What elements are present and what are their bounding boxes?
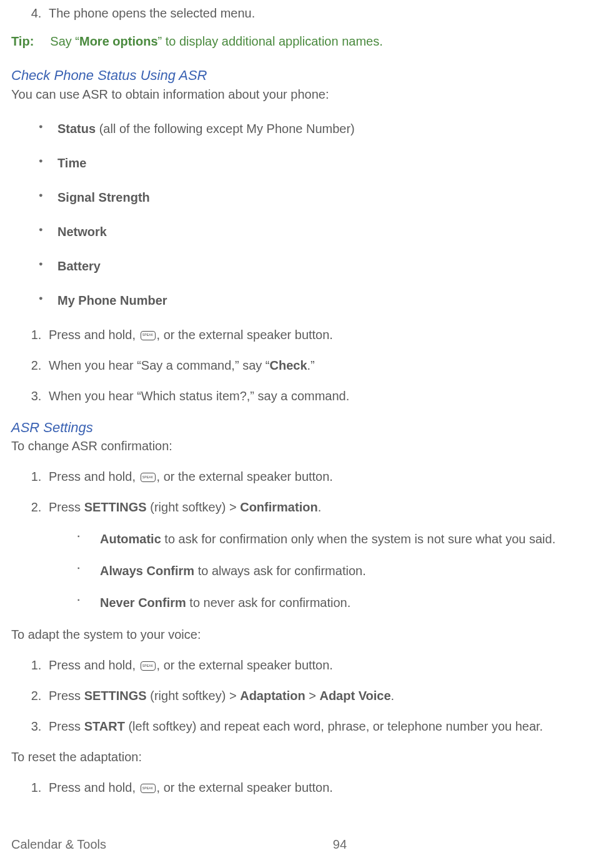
- text-after: , or the external speaker button.: [157, 781, 333, 794]
- step-2: Press SETTINGS (right softkey) > Adaptat…: [45, 688, 591, 704]
- text-after: .”: [307, 358, 315, 372]
- reset-steps: Press and hold, , or the external speake…: [11, 779, 591, 796]
- list-item: Always Confirm to always ask for confirm…: [77, 563, 591, 579]
- text-bold: Check: [269, 358, 307, 372]
- document-page: The phone opens the selected menu. Tip:S…: [0, 0, 591, 868]
- opt-rest: to always ask for confirmation.: [194, 564, 366, 578]
- step-text: The phone opens the selected menu.: [49, 6, 255, 20]
- reset-intro: To reset the adaptation:: [11, 749, 591, 766]
- text-after: , or the external speaker button.: [157, 328, 333, 342]
- step-text: When you hear “Which status item?,” say …: [49, 389, 349, 403]
- numbered-list-continuation: The phone opens the selected menu.: [11, 5, 591, 22]
- step-1: Press and hold, , or the external speake…: [45, 468, 591, 485]
- item-bold: Battery: [57, 259, 101, 273]
- step-2: When you hear “Say a command,” say “Chec…: [45, 357, 591, 374]
- list-item: Status (all of the following except My P…: [39, 121, 591, 137]
- tip-label: Tip:: [11, 34, 34, 48]
- text-before: When you hear “Say a command,” say “: [49, 358, 269, 372]
- text-before: Press and hold,: [49, 470, 139, 483]
- confirm-intro: To change ASR confirmation:: [11, 438, 591, 455]
- t-e: .: [318, 500, 322, 514]
- t-c: (right softkey) >: [147, 689, 241, 703]
- t-b: SETTINGS: [84, 689, 147, 703]
- page-number: 94: [106, 836, 574, 853]
- t-c: (left softkey) and repeat each word, phr…: [125, 719, 543, 733]
- opt-rest: to never ask for confirmation.: [186, 596, 350, 609]
- item-bold: Time: [57, 156, 86, 170]
- section-heading-asr-settings: ASR Settings: [11, 418, 591, 437]
- intro-text: You can use ASR to obtain information ab…: [11, 86, 591, 103]
- t-d: Adaptation: [240, 689, 305, 703]
- tip-callout: Tip:Say “More options” to display additi…: [11, 33, 591, 50]
- opt-bold: Never Confirm: [100, 596, 186, 609]
- item-rest: (all of the following except My Phone Nu…: [96, 122, 355, 136]
- t-b: SETTINGS: [84, 500, 147, 514]
- step-2: Press SETTINGS (right softkey) > Confirm…: [45, 499, 591, 611]
- step-3: Press START (left softkey) and repeat ea…: [45, 718, 591, 735]
- status-item-list: Status (all of the following except My P…: [11, 121, 591, 309]
- list-item: Network: [39, 224, 591, 240]
- step-1: Press and hold, , or the external speake…: [45, 327, 591, 343]
- adapt-intro: To adapt the system to your voice:: [11, 626, 591, 643]
- speaker-key-icon: [141, 473, 156, 482]
- list-item: My Phone Number: [39, 292, 591, 309]
- section-heading-check-status: Check Phone Status Using ASR: [11, 66, 591, 85]
- text-after: , or the external speaker button.: [157, 658, 333, 672]
- t-c: (right softkey) >: [147, 500, 241, 514]
- step-1: Press and hold, , or the external speake…: [45, 657, 591, 674]
- footer-section: Calendar & Tools: [11, 836, 106, 853]
- opt-bold: Always Confirm: [100, 564, 194, 578]
- t-a: Press: [49, 689, 84, 703]
- speaker-key-icon: [141, 661, 156, 671]
- item-bold: Network: [57, 225, 107, 239]
- speaker-key-icon: [141, 331, 156, 340]
- opt-rest: to ask for confirmation only when the sy…: [161, 532, 555, 546]
- opt-bold: Automatic: [100, 532, 161, 546]
- text-before: Press and hold,: [49, 328, 139, 342]
- text-after: , or the external speaker button.: [157, 470, 333, 483]
- page-footer: Calendar & Tools 94: [11, 836, 574, 853]
- item-bold: Signal Strength: [57, 190, 150, 204]
- confirmation-steps: Press and hold, , or the external speake…: [11, 468, 591, 611]
- step-3: When you hear “Which status item?,” say …: [45, 388, 591, 405]
- t-a: Press: [49, 500, 84, 514]
- list-item: Never Confirm to never ask for confirmat…: [77, 594, 591, 611]
- adaptation-steps: Press and hold, , or the external speake…: [11, 657, 591, 735]
- t-a: Press: [49, 719, 84, 733]
- item-bold: My Phone Number: [57, 293, 167, 307]
- item-bold: Status: [57, 122, 96, 136]
- text-before: Press and hold,: [49, 781, 139, 794]
- t-d: Confirmation: [240, 500, 317, 514]
- text-before: Press and hold,: [49, 658, 139, 672]
- check-status-steps: Press and hold, , or the external speake…: [11, 327, 591, 405]
- t-b: START: [84, 719, 125, 733]
- confirmation-options: Automatic to ask for confirmation only w…: [49, 531, 591, 611]
- t-g: .: [391, 689, 395, 703]
- tip-text-before: Say “: [50, 34, 79, 48]
- list-item: Signal Strength: [39, 189, 591, 206]
- t-f: Adapt Voice: [319, 689, 390, 703]
- tip-text-after: ” to display additional application name…: [158, 34, 383, 48]
- t-e: >: [305, 689, 320, 703]
- list-item: Battery: [39, 258, 591, 275]
- list-item: Time: [39, 155, 591, 172]
- tip-bold: More options: [79, 34, 158, 48]
- step-4: The phone opens the selected menu.: [45, 5, 591, 22]
- list-item: Automatic to ask for confirmation only w…: [77, 531, 591, 548]
- speaker-key-icon: [141, 784, 156, 793]
- step-1: Press and hold, , or the external speake…: [45, 779, 591, 796]
